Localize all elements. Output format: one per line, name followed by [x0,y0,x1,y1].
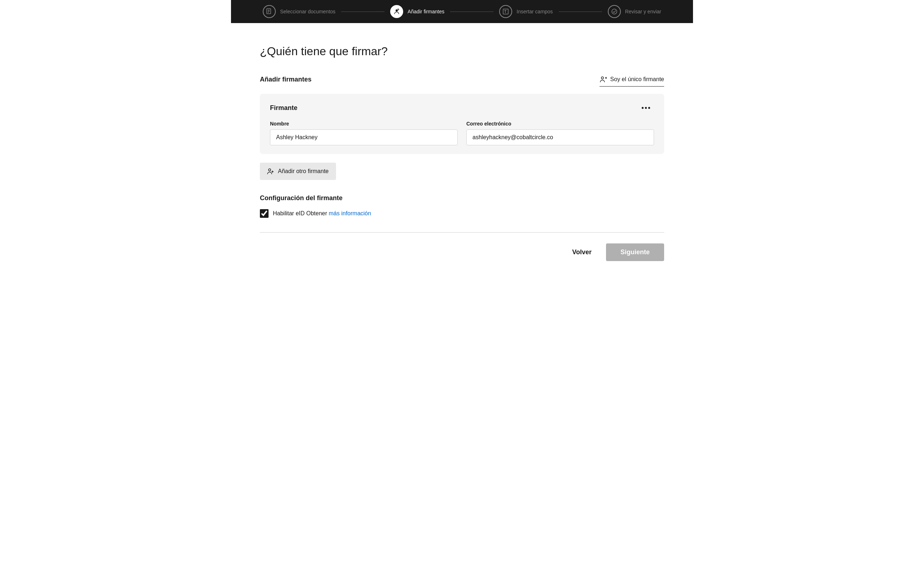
connector-1-2 [341,11,384,12]
svg-point-11 [601,77,604,79]
footer-divider [260,232,664,233]
top-navigation: Seleccionar documentos Añadir firmantes … [231,0,693,23]
svg-point-10 [612,9,617,14]
add-signer-label: Añadir otro firmante [278,168,329,174]
add-signers-title: Añadir firmantes [260,76,312,83]
add-another-signer-button[interactable]: Añadir otro firmante [260,163,336,180]
eid-link-text: más información [329,210,371,216]
name-input[interactable] [270,129,458,145]
connector-3-4 [559,11,602,12]
svg-point-4 [396,10,398,11]
next-button[interactable]: Siguiente [606,243,664,261]
name-label: Nombre [270,121,458,127]
eid-checkbox-wrapper[interactable] [260,209,268,218]
email-input[interactable] [466,129,654,145]
step4-icon [608,5,621,18]
svg-text:T: T [504,10,506,14]
eid-checkbox-row: Habilitar eID Obtener más información [260,209,664,218]
eid-label-text: Habilitar eID Obtener [273,210,327,216]
signer-fields: Nombre Correo electrónico [270,121,654,145]
nav-step-3[interactable]: T Insertar campos [499,5,552,18]
step1-label: Seleccionar documentos [280,9,335,15]
signer-card-title: Firmante [270,104,297,112]
eid-checkbox[interactable] [260,209,268,218]
step1-icon [263,5,276,18]
nav-step-2[interactable]: Añadir firmantes [390,5,444,18]
signer-card-header: Firmante ••• [270,102,654,114]
email-field-group: Correo electrónico [466,121,654,145]
step3-icon: T [499,5,512,18]
back-label: Volver [572,248,591,256]
footer-actions: Volver Siguiente [260,243,664,276]
nav-step-4[interactable]: Revisar y enviar [608,5,661,18]
main-content: ¿Quién tiene que firmar? Añadir firmante… [231,23,693,290]
page-title: ¿Quién tiene que firmar? [260,45,664,58]
solo-signer-icon [599,76,607,83]
svg-point-14 [268,169,271,171]
more-options-button[interactable]: ••• [638,102,654,114]
nav-step-1[interactable]: Seleccionar documentos [263,5,335,18]
email-label: Correo electrónico [466,121,654,127]
solo-signer-button[interactable]: Soy el único firmante [599,73,664,87]
step4-label: Revisar y enviar [625,9,661,15]
section-header: Añadir firmantes Soy el único firmante [260,73,664,87]
solo-signer-label: Soy el único firmante [611,76,664,82]
signer-card: Firmante ••• Nombre Correo electrónico [260,94,664,154]
step2-label: Añadir firmantes [407,9,444,15]
next-label: Siguiente [620,248,650,256]
config-section: Configuración del firmante Habilitar eID… [260,194,664,218]
step2-icon [390,5,403,18]
back-button[interactable]: Volver [565,244,599,260]
config-title: Configuración del firmante [260,194,664,202]
connector-2-3 [450,11,493,12]
eid-more-info-link[interactable]: más información [329,210,371,216]
step3-label: Insertar campos [517,9,552,15]
more-options-icon: ••• [641,104,651,112]
eid-label[interactable]: Habilitar eID Obtener más información [273,210,371,217]
add-signer-icon [267,168,274,175]
name-field-group: Nombre [270,121,458,145]
svg-point-5 [398,10,399,10]
